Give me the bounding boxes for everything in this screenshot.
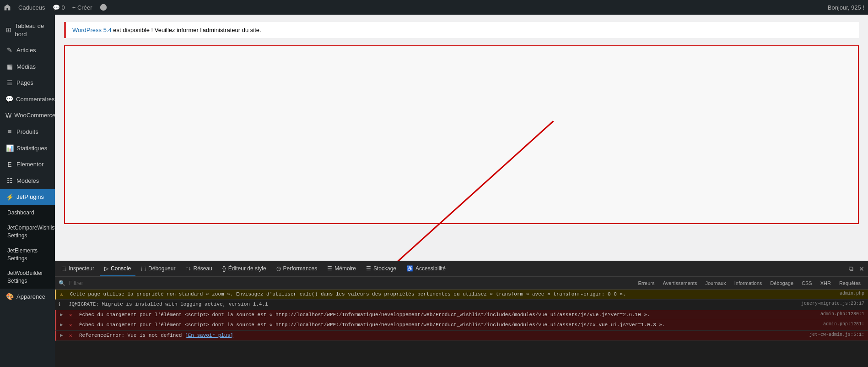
submenu-jetcomparewishlist[interactable]: JetCompareWishlist Settings — [0, 220, 55, 243]
main-layout: ⊞ Tableau de bord ✎ Articles ▦ Médias ☰ … — [0, 15, 868, 367]
close-devtools-button[interactable]: ✕ — [857, 264, 866, 274]
filter-xhr[interactable]: XHR — [817, 278, 835, 288]
update-notice: WordPress 5.4 est disponible ! Veuillez … — [64, 22, 859, 38]
tab-reseau[interactable]: ↑↓ Réseau — [181, 262, 216, 276]
sidebar-item-elementor[interactable]: E Elementor — [0, 157, 55, 173]
console-source-error3[interactable]: jet-cw-admin.js:5:1: — [809, 332, 864, 337]
console-output: ⚠ Cette page utilise la propriété non st… — [55, 290, 868, 367]
admin-bar: Caduceus 💬 0 + Créer Bonjour, 925 ! — [0, 0, 868, 15]
console-icon: ▷ — [104, 265, 108, 272]
sidebar-item-medias[interactable]: ▦ Médias — [0, 59, 55, 75]
filter-css[interactable]: CSS — [798, 278, 816, 288]
dock-button[interactable]: ⧉ — [847, 264, 855, 274]
expand-icon-3[interactable]: ▶ — [60, 332, 65, 338]
error-icon-2: ✕ — [69, 322, 75, 328]
tab-accessibilite[interactable]: ♿ Accessibilité — [402, 262, 450, 276]
filter-journaux[interactable]: Journaux — [701, 278, 729, 288]
tab-console[interactable]: ▷ Console — [100, 262, 135, 276]
jetplugins-submenu: Dashboard JetCompareWishlist Settings Je… — [0, 205, 55, 289]
update-notice-link[interactable]: WordPress 5.4 — [72, 27, 112, 33]
submenu-jetelements[interactable]: JetElements Settings — [0, 243, 55, 266]
tab-memoire[interactable]: ☰ Mémoire — [323, 262, 361, 276]
console-text-error1: Échec du chargement pour l'élément <scri… — [79, 312, 817, 318]
home-icon[interactable] — [4, 4, 11, 11]
console-source-error1[interactable]: admin.php:1280:1 — [820, 312, 864, 317]
sidebar-item-modeles[interactable]: ☷ Modèles — [0, 173, 55, 189]
submenu-dashboard[interactable]: Dashboard — [0, 205, 55, 220]
main-content-box — [64, 45, 859, 224]
console-source-error2[interactable]: admin.php:1281: — [823, 322, 864, 327]
sidebar-item-commentaires[interactable]: 💬 Commentaires — [0, 91, 55, 108]
reseau-icon: ↑↓ — [185, 265, 191, 272]
filter-erreurs[interactable]: Erreurs — [634, 278, 658, 288]
tab-debogueur[interactable]: ⬚ Débogueur — [136, 262, 180, 276]
pages-icon: ☰ — [5, 79, 14, 88]
learn-more-link[interactable]: [En savoir plus] — [185, 333, 233, 338]
sidebar-item-statistiques[interactable]: 📊 Statistiques — [0, 140, 55, 157]
jetplugins-icon: ⚡ — [5, 193, 14, 202]
tab-inspecteur[interactable]: ⬚ Inspecteur — [57, 262, 99, 276]
accessibilite-icon: ♿ — [406, 265, 413, 272]
commentaires-icon: 💬 — [5, 95, 13, 104]
sidebar-item-produits[interactable]: ≡ Produits — [0, 124, 55, 140]
filter-icon: 🔍 — [59, 280, 65, 286]
tab-editeur-style[interactable]: {} Éditeur de style — [218, 262, 271, 276]
tab-stockage[interactable]: ☰ Stockage — [361, 262, 401, 276]
sidebar-item-pages[interactable]: ☰ Pages — [0, 75, 55, 92]
articles-icon: ✎ — [5, 46, 14, 55]
sidebar-item-woocommerce[interactable]: W WooCommerce — [0, 108, 55, 124]
submenu-jetwoobuilder[interactable]: JetWooBuilder Settings — [0, 266, 55, 289]
sidebar: ⊞ Tableau de bord ✎ Articles ▦ Médias ☰ … — [0, 15, 55, 367]
warning-icon: ⚠ — [60, 291, 66, 297]
devtools-panel: ⬚ Inspecteur ▷ Console ⬚ Débogueur ↑↓ Ré… — [55, 261, 868, 367]
comments-item[interactable]: 💬 0 — [53, 4, 65, 11]
red-arrow — [65, 46, 858, 261]
statistiques-icon: 📊 — [5, 144, 14, 153]
console-line-error1: ▶ ✕ Échec du chargement pour l'élément <… — [55, 310, 868, 320]
customize-icon[interactable] — [100, 4, 107, 11]
filter-bar: 🔍 Erreurs Avertissements Journaux Inform… — [55, 277, 868, 290]
filter-requetes[interactable]: Requêtes — [836, 278, 864, 288]
sidebar-item-jetplugins[interactable]: ⚡ JetPlugins — [0, 189, 55, 206]
filter-buttons: Erreurs Avertissements Journaux Informat… — [634, 278, 864, 288]
tab-performances[interactable]: ◷ Performances — [272, 262, 322, 276]
elementor-icon: E — [5, 160, 14, 170]
site-name[interactable]: Caduceus — [18, 4, 45, 11]
produits-icon: ≡ — [5, 127, 14, 137]
filter-debogage[interactable]: Débogage — [766, 278, 797, 288]
console-line-warning1: ⚠ Cette page utilise la propriété non st… — [55, 290, 868, 300]
sidebar-item-tableau-de-bord[interactable]: ⊞ Tableau de bord — [0, 18, 55, 42]
window-controls: ⧉ ✕ — [847, 264, 866, 274]
modeles-icon: ☷ — [5, 176, 14, 186]
console-text-warning1: Cette page utilise la propriété non stan… — [70, 291, 836, 298]
filter-avertissements[interactable]: Avertissements — [659, 278, 701, 288]
woocommerce-icon: W — [5, 111, 11, 121]
debogueur-icon: ⬚ — [141, 265, 146, 272]
console-text-error3: ReferenceError: Vue is not defined [En s… — [79, 332, 806, 339]
console-line-error3: ▶ ✕ ReferenceError: Vue is not defined [… — [55, 331, 868, 341]
console-source-info1[interactable]: jquery-migrate.js:23:17 — [801, 301, 864, 306]
console-text-info1: JQMIGRATE: Migrate is installed with log… — [69, 301, 798, 308]
sidebar-item-articles[interactable]: ✎ Articles — [0, 42, 55, 59]
info-icon: ℹ — [59, 301, 65, 307]
console-text-error2: Échec du chargement pour l'élément <scri… — [79, 322, 819, 329]
inspecteur-icon: ⬚ — [61, 265, 66, 272]
filter-informations[interactable]: Informations — [731, 278, 766, 288]
create-button[interactable]: + Créer — [72, 4, 92, 11]
expand-icon-2[interactable]: ▶ — [60, 322, 65, 328]
stockage-icon: ☰ — [366, 265, 371, 272]
svg-line-1 — [381, 121, 554, 261]
filter-input[interactable] — [69, 280, 631, 286]
sidebar-item-apparence[interactable]: 🎨 Apparence — [0, 289, 55, 305]
error-icon-1: ✕ — [69, 312, 75, 318]
devtools-toolbar: ⬚ Inspecteur ▷ Console ⬚ Débogueur ↑↓ Ré… — [55, 261, 868, 277]
expand-icon-1[interactable]: ▶ — [60, 312, 65, 318]
apparence-icon: 🎨 — [5, 292, 14, 301]
console-source-warning1[interactable]: admin.php — [840, 291, 864, 296]
editeur-icon: {} — [222, 265, 226, 272]
performances-icon: ◷ — [276, 265, 281, 272]
dashboard-icon: ⊞ — [5, 26, 12, 35]
medias-icon: ▦ — [5, 62, 14, 71]
memoire-icon: ☰ — [327, 265, 332, 272]
greeting: Bonjour, 925 ! — [828, 4, 864, 11]
